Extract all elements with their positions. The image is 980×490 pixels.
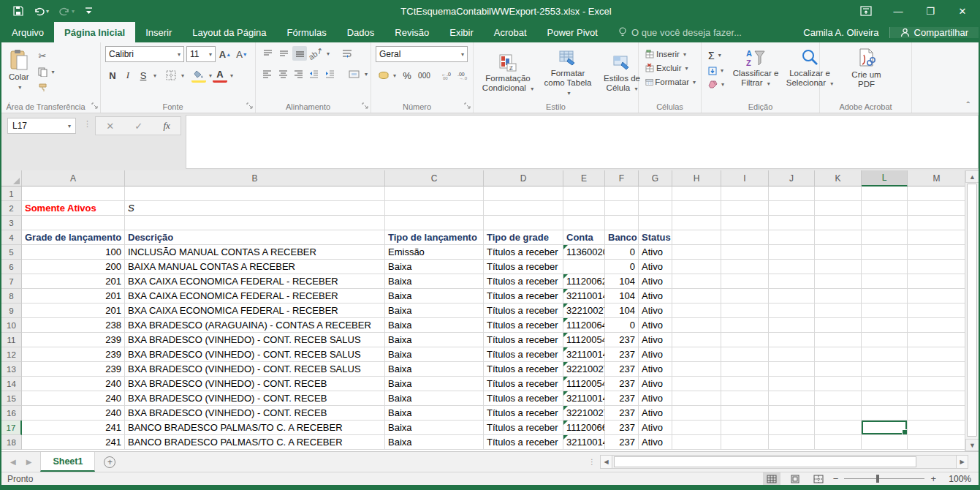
accounting-dropdown-icon[interactable]: ▾ <box>393 72 396 79</box>
cell-M16[interactable] <box>908 406 966 421</box>
user-name[interactable]: Camila A. Oliveira <box>793 27 889 38</box>
cell-L3[interactable] <box>862 216 908 230</box>
share-button[interactable]: Compartilhar <box>889 27 979 38</box>
cell-C6[interactable]: Baixa <box>385 260 484 274</box>
format-painter-button[interactable] <box>36 81 56 94</box>
cell-D7[interactable]: Títulos a receber <box>484 274 563 289</box>
align-center-icon[interactable] <box>276 67 289 81</box>
cell-L9[interactable] <box>862 304 908 318</box>
underline-button[interactable]: S <box>136 68 151 83</box>
cell-H12[interactable] <box>672 347 721 362</box>
borders-dropdown-icon[interactable]: ▾ <box>181 72 184 79</box>
accounting-format-button[interactable]: ▾ <box>376 69 398 82</box>
increase-decimal-icon[interactable]: ←.000 <box>441 68 454 83</box>
cell-B17[interactable]: BANCO BRADESCO PALMAS/TO C. A RECEBER <box>125 421 385 435</box>
cell-G8[interactable]: Ativo <box>639 289 672 304</box>
font-name-select[interactable]: Calibri▾ <box>105 46 184 62</box>
cell-I18[interactable] <box>721 435 769 450</box>
increase-font-icon[interactable]: A▲ <box>218 47 232 61</box>
format-cells-button[interactable]: Formatar▾ <box>643 76 698 88</box>
column-header-C[interactable]: C <box>385 170 484 186</box>
cell-A15[interactable]: 240 <box>22 391 125 406</box>
cell-F15[interactable]: 237 <box>605 391 639 406</box>
redo-button[interactable]: ▾ <box>59 7 75 16</box>
cell-M12[interactable] <box>908 347 966 362</box>
wrap-text-icon[interactable] <box>340 46 354 61</box>
cell-K7[interactable] <box>815 274 862 289</box>
cell-B3[interactable] <box>125 216 385 230</box>
cell-B8[interactable]: BXA CAIXA ECONOMICA FEDERAL - RECEBER <box>125 289 385 304</box>
cell-C11[interactable]: Baixa <box>385 333 484 347</box>
font-color-button[interactable]: A <box>213 68 227 83</box>
row-header-8[interactable]: 8 <box>1 289 22 304</box>
cell-C2[interactable] <box>385 201 484 216</box>
ribbon-tab-fórmulas[interactable]: Fórmulas <box>277 22 337 42</box>
cell-C4[interactable]: Tipo de lançamento <box>385 230 484 245</box>
cell-J18[interactable] <box>769 435 815 450</box>
cell-styles-dropdown-icon[interactable]: ▾ <box>634 86 637 92</box>
cell-C16[interactable]: Baixa <box>385 406 484 421</box>
number-format-select[interactable]: Geral▾ <box>376 46 468 62</box>
cell-A12[interactable]: 239 <box>22 347 125 362</box>
cell-K10[interactable] <box>815 318 862 333</box>
cell-A4[interactable]: Grade de lançamento <box>22 230 125 245</box>
cell-B9[interactable]: BXA CAIXA ECONOMICA FEDERAL - RECEBER <box>125 304 385 318</box>
cell-I13[interactable] <box>721 362 769 377</box>
create-pdf-button[interactable]: Crie um PDF <box>841 46 892 91</box>
cell-H14[interactable] <box>672 377 721 391</box>
ribbon-tab-exibir[interactable]: Exibir <box>439 22 484 42</box>
bold-button[interactable]: N <box>105 68 120 83</box>
cell-J13[interactable] <box>769 362 815 377</box>
row-header-1[interactable]: 1 <box>1 186 22 201</box>
ribbon-tab-layout-da-página[interactable]: Layout da Página <box>182 22 276 42</box>
cell-M13[interactable] <box>908 362 966 377</box>
tell-me-search[interactable]: O que você deseja fazer... <box>608 22 752 42</box>
ribbon-tab-dados[interactable]: Dados <box>337 22 385 42</box>
column-header-I[interactable]: I <box>721 170 769 186</box>
fill-color-button[interactable] <box>191 68 206 83</box>
italic-button[interactable]: I <box>121 68 135 83</box>
align-top-icon[interactable] <box>260 46 275 61</box>
cell-H16[interactable] <box>672 406 721 421</box>
cell-I1[interactable] <box>721 186 769 201</box>
cell-G9[interactable]: Ativo <box>639 304 672 318</box>
cell-G18[interactable]: Ativo <box>639 435 672 450</box>
cell-A2[interactable]: Somente Ativos <box>22 201 125 216</box>
cell-I11[interactable] <box>721 333 769 347</box>
row-header-7[interactable]: 7 <box>1 274 22 289</box>
ribbon-tab-acrobat[interactable]: Acrobat <box>484 22 537 42</box>
insert-function-button[interactable]: fx <box>163 120 170 132</box>
row-header-16[interactable]: 16 <box>1 406 22 421</box>
format-table-dropdown-icon[interactable]: ▾ <box>567 90 570 97</box>
cell-D3[interactable] <box>484 216 563 230</box>
column-header-E[interactable]: E <box>563 170 605 186</box>
horizontal-scroll-thumb[interactable] <box>614 456 916 467</box>
cell-E9[interactable]: 32210027 <box>563 304 605 318</box>
cell-L5[interactable] <box>862 245 908 260</box>
row-header-15[interactable]: 15 <box>1 391 22 406</box>
scroll-up-icon[interactable]: ▲ <box>965 170 979 183</box>
clear-button[interactable]: ▾ <box>706 79 726 90</box>
cell-B16[interactable]: BXA BRADESCO (VINHEDO) - CONT. RECEB <box>125 406 385 421</box>
cell-J17[interactable] <box>769 421 815 435</box>
column-header-G[interactable]: G <box>639 170 672 186</box>
cell-B2[interactable]: S <box>125 201 385 216</box>
cell-L15[interactable] <box>862 391 908 406</box>
cell-A9[interactable]: 201 <box>22 304 125 318</box>
column-header-M[interactable]: M <box>908 170 966 186</box>
cell-C13[interactable]: Baixa <box>385 362 484 377</box>
delete-cells-button[interactable]: Excluir▾ <box>643 62 698 74</box>
cell-I6[interactable] <box>721 260 769 274</box>
cell-B14[interactable]: BXA BRADESCO (VINHEDO) - CONT. RECEB <box>125 377 385 391</box>
cell-D11[interactable]: Títulos a receber <box>484 333 563 347</box>
cell-B10[interactable]: BXA BRADESCO (ARAGUAINA) - CONTAS A RECE… <box>125 318 385 333</box>
cell-B5[interactable]: INCLUSÃO MANUAL CONTAS A RECEBER <box>125 245 385 260</box>
maximize-button[interactable]: ❐ <box>914 0 946 22</box>
column-header-H[interactable]: H <box>672 170 721 186</box>
ribbon-tab-power-pivot[interactable]: Power Pivot <box>537 22 608 42</box>
row-header-12[interactable]: 12 <box>1 347 22 362</box>
cell-B18[interactable]: BANCO BRADESCO PALMAS/TO C. A RECEBER <box>125 435 385 450</box>
cell-K8[interactable] <box>815 289 862 304</box>
cell-F6[interactable]: 0 <box>605 260 639 274</box>
cell-D18[interactable]: Títulos a receber <box>484 435 563 450</box>
